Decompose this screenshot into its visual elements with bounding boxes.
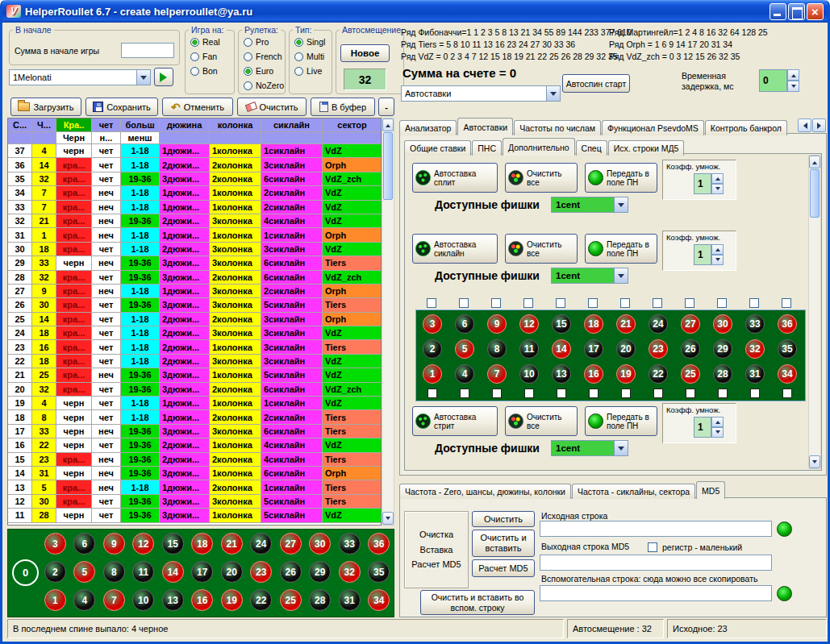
street-checkbox[interactable]	[685, 298, 694, 308]
number-pocket-17[interactable]: 17	[584, 339, 603, 359]
history-row[interactable]: 1230кра...чет19-363дюжи...3колонка5сикла…	[8, 495, 381, 509]
number-pocket-15[interactable]: 15	[162, 533, 184, 555]
main-tab-5[interactable]: Контроль банкрол	[705, 120, 787, 135]
md5-source-chip-button[interactable]	[777, 521, 792, 537]
number-pocket-10[interactable]: 10	[519, 364, 539, 384]
radio-multi[interactable]: Multi	[294, 49, 332, 64]
number-pocket-8[interactable]: 8	[487, 339, 507, 359]
number-pocket-32[interactable]: 32	[745, 339, 765, 359]
radio-singl[interactable]: Singl	[294, 35, 332, 49]
history-row[interactable]: 311кра...неч1-181дюжи...1колонка1сиклайн…	[8, 228, 381, 242]
history-row[interactable]: 1431черннеч19-363дюжи...1колонка6сиклайн…	[8, 467, 381, 480]
history-row[interactable]: 1523кра...неч19-362дюжи...2колонка4сикла…	[8, 453, 381, 467]
scroll-down-icon[interactable]	[809, 455, 820, 468]
undo-button[interactable]: ↶Отменить	[162, 98, 233, 116]
history-row[interactable]: 2125кра...неч19-363дюжи...1колонка5сикла…	[8, 368, 381, 382]
number-pocket-2[interactable]: 2	[44, 561, 66, 583]
history-row[interactable]: 1733черннеч19-363дюжи...3колонка6сиклайн…	[8, 425, 381, 438]
main-tab-2[interactable]: Автоставки	[457, 118, 513, 135]
autobets-combobox[interactable]: Автоставки	[401, 85, 561, 102]
minimize-button[interactable]	[770, 3, 786, 20]
coef-value[interactable]: 1	[694, 417, 711, 438]
history-row[interactable]: 3532кра...чет19-363дюжи...2колонка6сикла…	[8, 172, 381, 186]
md5-aux-input[interactable]	[540, 585, 772, 601]
delay-value[interactable]: 0	[759, 69, 787, 92]
tabs-scroll-left-icon[interactable]	[798, 118, 811, 132]
number-pocket-14[interactable]: 14	[162, 561, 184, 583]
spin-up-icon[interactable]	[787, 69, 799, 81]
chip-combobox[interactable]: 1cent	[551, 197, 628, 213]
history-row[interactable]: 347кра...неч1-181дюжи...1колонка2сиклайн…	[8, 186, 381, 200]
scroll-down-icon[interactable]	[382, 512, 394, 525]
history-row[interactable]: 1128чернчет19-363дюжи...1колонка5сиклайн…	[8, 509, 381, 522]
coef-value[interactable]: 1	[694, 244, 711, 265]
transfer-button[interactable]: Передать в поле ПН	[585, 234, 657, 264]
number-pocket-4[interactable]: 4	[455, 364, 474, 384]
number-pocket-34[interactable]: 34	[778, 364, 797, 384]
spin-up-icon[interactable]	[711, 244, 724, 255]
freq-tab-3[interactable]: MD5	[696, 481, 725, 499]
number-pocket-3[interactable]: 3	[423, 314, 442, 334]
number-pocket-12[interactable]: 12	[519, 314, 539, 334]
number-pocket-19[interactable]: 19	[221, 589, 243, 611]
md5-clear-button[interactable]: Очистить	[472, 511, 535, 527]
history-row[interactable]: 1622чернчет19-362дюжи...1колонка4сиклайн…	[8, 438, 381, 452]
number-pocket-4[interactable]: 4	[73, 589, 95, 611]
md5-source-input[interactable]	[540, 521, 772, 537]
transfer-button[interactable]: Передать в поле ПН	[585, 406, 657, 436]
combo-dropdown-icon[interactable]	[614, 197, 628, 212]
clear-all-button[interactable]: Очистить все	[505, 406, 578, 436]
history-row[interactable]: 194чернчет1-181дюжи...1колонка1сиклайнVd…	[8, 397, 381, 410]
main-tab-3[interactable]: Частоты по числам	[514, 120, 601, 135]
history-row[interactable]: 2933черннеч19-363дюжи...3колонка6сиклайн…	[8, 256, 381, 270]
number-pocket-16[interactable]: 16	[584, 364, 603, 384]
main-tab-4[interactable]: Функционал PsevdoMS	[602, 120, 704, 135]
number-pocket-33[interactable]: 33	[745, 314, 765, 334]
street-checkbox[interactable]	[653, 388, 663, 398]
spin-up-icon[interactable]	[711, 417, 724, 427]
number-pocket-20[interactable]: 20	[616, 339, 636, 359]
number-pocket-22[interactable]: 22	[250, 589, 272, 611]
history-row[interactable]: 3614кра...чет1-182дюжи...2колонка3сиклай…	[8, 158, 381, 172]
md5-register-checkbox[interactable]	[648, 542, 657, 552]
street-checkbox[interactable]	[749, 298, 759, 308]
clear-all-button[interactable]: Очистить все	[505, 234, 578, 264]
number-pocket-28[interactable]: 28	[309, 589, 331, 611]
close-button[interactable]	[807, 3, 824, 20]
number-pocket-22[interactable]: 22	[649, 364, 668, 384]
number-pocket-1[interactable]: 1	[44, 589, 66, 611]
number-pocket-10[interactable]: 10	[132, 589, 154, 611]
autobet-button[interactable]: Автоставка стрит	[412, 406, 498, 436]
combo-dropdown-icon[interactable]	[546, 86, 560, 101]
new-button[interactable]: Новое	[340, 44, 390, 62]
sub-tab-4[interactable]: Спец	[576, 140, 607, 156]
street-checkbox[interactable]	[557, 388, 566, 398]
number-pocket-21[interactable]: 21	[616, 314, 636, 334]
history-row[interactable]: 2630кра...чет19-363дюжи...3колонка5сикла…	[8, 298, 381, 312]
number-pocket-7[interactable]: 7	[103, 589, 125, 611]
history-row[interactable]: 279кра...неч1-181дюжи...3колонка2сиклайн…	[8, 285, 381, 298]
number-pocket-26[interactable]: 26	[280, 561, 302, 583]
clear-button[interactable]: Очистить	[237, 98, 307, 116]
sub-tab-3[interactable]: Дополнительно	[503, 138, 575, 156]
history-row[interactable]: 2418кра...чет1-182дюжи...3колонка3сиклай…	[8, 326, 381, 340]
radio-euro[interactable]: Euro	[244, 64, 285, 78]
chip-combobox[interactable]: 1cent	[551, 268, 628, 284]
number-pocket-34[interactable]: 34	[368, 589, 390, 611]
street-checkbox[interactable]	[718, 388, 728, 398]
md5-aux-chip-button[interactable]	[777, 586, 792, 601]
coef-value[interactable]: 1	[694, 173, 711, 194]
scrollbar-thumb[interactable]	[810, 169, 820, 218]
street-checkbox[interactable]	[427, 298, 436, 308]
number-pocket-13[interactable]: 13	[552, 364, 571, 384]
history-row[interactable]: 3018кра...чет1-182дюжи...3колонка3сиклай…	[8, 243, 381, 256]
sub-tab-5[interactable]: Исх. строки МД5	[608, 140, 685, 156]
street-checkbox[interactable]	[782, 298, 791, 308]
history-row[interactable]: 2514кра...чет1-182дюжи...2колонка3сиклай…	[8, 313, 381, 326]
number-pocket-21[interactable]: 21	[221, 533, 243, 555]
number-pocket-30[interactable]: 30	[713, 314, 732, 334]
number-pocket-29[interactable]: 29	[713, 339, 732, 359]
autobet-button[interactable]: Автоставка сиклайн	[412, 234, 498, 264]
number-pocket-16[interactable]: 16	[191, 589, 213, 611]
number-pocket-11[interactable]: 11	[519, 339, 539, 359]
